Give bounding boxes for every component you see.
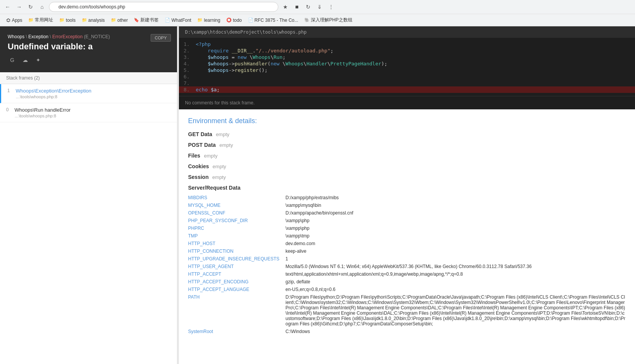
server-data-row: SystemRootC:\Windows bbox=[188, 328, 626, 335]
line-content-7 bbox=[194, 80, 635, 86]
server-data-key: TMP bbox=[188, 232, 286, 240]
server-data-key: HTTP_UPGRADE_INSECURE_REQUESTS bbox=[188, 255, 286, 263]
line-num-6: 6. bbox=[179, 74, 194, 80]
folder-icon: 📁 bbox=[111, 18, 116, 23]
server-data-row: HTTP_HOSTdev.demo.com bbox=[188, 240, 626, 247]
browser-toolbar: ← → ↻ ⌂ dev.demo.com/tools/whoops.php ★ … bbox=[0, 0, 635, 14]
env-group-session-empty: empty bbox=[212, 174, 226, 180]
code-comment: No comments for this stack frame. bbox=[179, 96, 635, 109]
extensions-button[interactable]: ◾ bbox=[292, 2, 301, 11]
breadcrumb-error-exception: ErrorException bbox=[52, 34, 83, 39]
history-button[interactable]: ↻ bbox=[304, 2, 313, 11]
server-data-row: PHPRC\xampp\php bbox=[188, 224, 626, 232]
reload-button[interactable]: ↻ bbox=[26, 2, 35, 11]
bookmark-tools[interactable]: 📁 tools bbox=[57, 17, 78, 24]
bookmark-analysis[interactable]: 📁 analysis bbox=[80, 17, 107, 24]
server-data-key: HTTP_CONNECTION bbox=[188, 247, 286, 255]
server-data-title: Server/Request Data bbox=[188, 185, 626, 191]
address-bar[interactable]: dev.demo.com/tools/whoops.php bbox=[49, 2, 278, 12]
grid-icon: ≎ bbox=[5, 18, 11, 23]
bookmark-rfc-label: RFC 3875 - The Co... bbox=[255, 18, 299, 23]
env-section: Environment & details: GET Data empty PO… bbox=[179, 109, 635, 343]
right-panel: D:\xampp\htdocs\demoProject\tools\whoops… bbox=[179, 26, 635, 364]
cloud-icon[interactable]: ☁ bbox=[21, 55, 30, 65]
server-data-key: OPENSSL_CONF bbox=[188, 209, 286, 217]
line-num-7: 7. bbox=[179, 80, 194, 86]
code-line-1: 1. <?php bbox=[179, 41, 635, 47]
server-data-key: MYSQL_HOME bbox=[188, 202, 286, 209]
server-data-table: MIBDIRSD:/xampp/php/extras/mibsMYSQL_HOM… bbox=[188, 194, 626, 335]
env-group-post-empty: empty bbox=[219, 142, 233, 148]
server-data-row: HTTP_ACCEPT_LANGUAGEen-US,en;q=0.8,nl;q=… bbox=[188, 286, 626, 293]
server-data-row: MIBDIRSD:/xampp/php/extras/mibs bbox=[188, 194, 626, 202]
server-data-row: TMP\xampp\tmp bbox=[188, 232, 626, 240]
bookmark-apps[interactable]: ≎ Apps bbox=[3, 17, 24, 24]
line-content-4: $whoops->pushHandler(new \Whoops\Handler… bbox=[194, 61, 635, 67]
downloads-button[interactable]: ⇓ bbox=[315, 2, 324, 11]
env-group-session-title: Session bbox=[188, 174, 209, 180]
bookmark-analysis-label: analysis bbox=[88, 18, 105, 23]
env-group-post-title: POST Data bbox=[188, 142, 216, 148]
line-content-5: $whoops->register(); bbox=[194, 67, 635, 73]
bookmark-rfc[interactable]: 📄 RFC 3875 - The Co... bbox=[246, 17, 301, 24]
code-line-3: 3. $whoops = new \Whoops\Run; bbox=[179, 54, 635, 60]
server-data-key: PATH bbox=[188, 293, 286, 328]
server-data-key: HTTP_ACCEPT_LANGUAGE bbox=[188, 286, 286, 293]
bookmark-new-label: 新建书签 bbox=[140, 17, 159, 23]
bookmark-apps-label: Apps bbox=[12, 18, 22, 23]
env-group-post: POST Data empty bbox=[188, 142, 626, 148]
line-content-1: <?php bbox=[194, 41, 635, 47]
google-icon[interactable]: G bbox=[8, 55, 17, 65]
env-group-files: Files empty bbox=[188, 153, 626, 159]
bookmark-todo[interactable]: ⭕ todo bbox=[224, 17, 244, 24]
env-group-get-title: GET Data bbox=[188, 131, 212, 137]
code-line-7: 7. bbox=[179, 80, 635, 86]
line-num-1: 1. bbox=[179, 41, 194, 47]
bookmark-php-label: 深入理解PHP之数组 bbox=[311, 17, 352, 23]
copy-button[interactable]: COPY bbox=[151, 34, 171, 42]
main-container: Whoops \ Exception \ ErrorException (E_N… bbox=[0, 26, 635, 364]
bookmark-tools-label: tools bbox=[66, 18, 75, 23]
frame-name-0: Whoops\Run handleError bbox=[15, 107, 171, 113]
forward-button[interactable]: → bbox=[15, 2, 24, 11]
error-title: Undefined variable: a bbox=[8, 42, 169, 52]
folder-icon: 📁 bbox=[28, 18, 34, 23]
browser-chrome: ← → ↻ ⌂ dev.demo.com/tools/whoops.php ★ … bbox=[0, 0, 635, 26]
frame-name-1: Whoops\Exception\ErrorException bbox=[16, 88, 171, 94]
server-data-value: keep-alive bbox=[286, 247, 626, 255]
server-data-value: text/html,application/xhtml+xml,applicat… bbox=[286, 270, 626, 278]
bookmark-star[interactable]: ★ bbox=[281, 2, 290, 11]
back-button[interactable]: ← bbox=[3, 2, 12, 11]
line-num-2: 2. bbox=[179, 48, 194, 54]
bookmark-php[interactable]: 🐘 深入理解PHP之数组 bbox=[302, 16, 355, 24]
bookmark-learning[interactable]: 📁 learning bbox=[195, 17, 222, 24]
env-group-session: Session empty bbox=[188, 174, 626, 180]
stack-frame-0[interactable]: 0 Whoops\Run handleError …\tools\whoops.… bbox=[0, 103, 177, 122]
stack-frame-1[interactable]: 1 Whoops\Exception\ErrorException …\tool… bbox=[0, 84, 177, 103]
folder-icon: 📁 bbox=[197, 18, 203, 23]
server-data-value: \xampp\mysql\bin bbox=[286, 202, 626, 209]
server-data-value: \xampp\tmp bbox=[286, 232, 626, 240]
bookmark-common[interactable]: 📁 常用网址 bbox=[26, 16, 55, 24]
bookmark-other[interactable]: 📁 other bbox=[109, 17, 130, 24]
server-data-row: OPENSSL_CONFD:/xampp/apache/bin/openssl.… bbox=[188, 209, 626, 217]
star-icon[interactable]: ✦ bbox=[34, 55, 43, 65]
code-line-5: 5. $whoops->register(); bbox=[179, 67, 635, 73]
bookmark-new[interactable]: 🔖 新建书签 bbox=[132, 16, 161, 24]
menu-button[interactable]: ⋮ bbox=[326, 2, 336, 11]
server-data-row: HTTP_USER_AGENTMozilla/5.0 (Windows NT 6… bbox=[188, 263, 626, 270]
home-button[interactable]: ⌂ bbox=[37, 2, 47, 11]
line-num-8: 8. bbox=[179, 87, 194, 93]
env-group-cookies-empty: empty bbox=[213, 164, 226, 169]
server-data-key: PHP_PEAR_SYSCONF_DIR bbox=[188, 217, 286, 224]
page-icon: 🐘 bbox=[304, 18, 310, 23]
server-data-key: PHPRC bbox=[188, 224, 286, 232]
server-data-row: PHP_PEAR_SYSCONF_DIR\xampp\php bbox=[188, 217, 626, 224]
line-content-2: require __DIR__."/../vendor/autoload.php… bbox=[194, 48, 635, 54]
frame-content-1: Whoops\Exception\ErrorException …\tools\… bbox=[16, 88, 171, 99]
server-data-value: 1 bbox=[286, 255, 626, 263]
bookmark-common-label: 常用网址 bbox=[35, 17, 53, 23]
bookmark-whatfont[interactable]: 📄 WhatFont bbox=[162, 17, 193, 24]
server-data-key: MIBDIRS bbox=[188, 194, 286, 202]
frame-number-0: 0 bbox=[6, 107, 11, 118]
